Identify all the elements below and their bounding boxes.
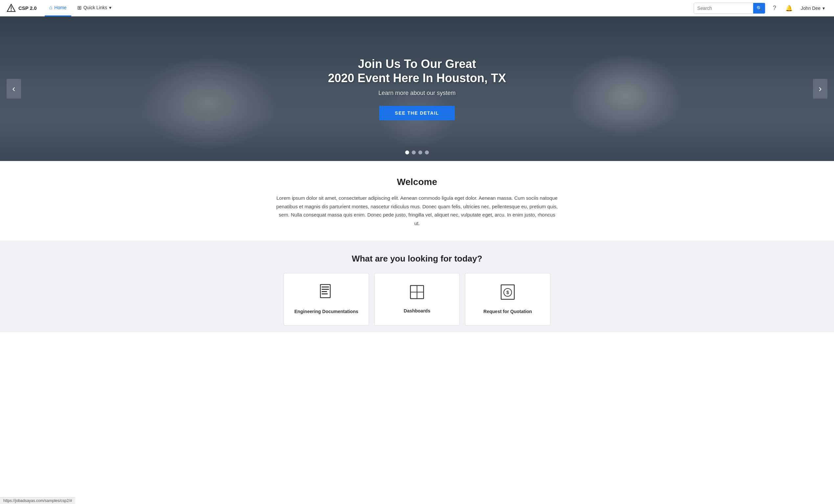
search-box: 🔍 bbox=[694, 3, 765, 14]
card-engineering-docs[interactable]: Engineering Documentations bbox=[284, 273, 369, 326]
notifications-button[interactable]: 🔔 bbox=[784, 3, 794, 14]
nav-quick-links[interactable]: ⊞ Quick Links ▾ bbox=[73, 0, 116, 17]
search-input[interactable] bbox=[694, 3, 753, 14]
svg-point-2 bbox=[11, 10, 12, 11]
help-button[interactable]: ? bbox=[769, 3, 780, 14]
brand-link[interactable]: CSP 2.0 bbox=[6, 4, 37, 13]
user-menu[interactable]: John Dee ▾ bbox=[798, 4, 828, 12]
looking-for-section: What are you looking for today? Engineer… bbox=[0, 241, 834, 332]
welcome-body: Lorem ipsum dolor sit amet, consectetuer… bbox=[276, 194, 558, 227]
user-name: John Dee bbox=[801, 6, 820, 11]
quick-links-chevron: ▾ bbox=[109, 5, 111, 10]
rfq-label: Request for Quotation bbox=[483, 308, 532, 315]
rfq-icon: $ bbox=[500, 284, 515, 303]
nav-quick-links-label: Quick Links bbox=[84, 5, 107, 10]
engineering-docs-icon bbox=[319, 284, 333, 303]
hero-carousel: ‹ Join Us To Our Great 2020 Event Here I… bbox=[0, 17, 834, 161]
carousel-next-button[interactable]: › bbox=[813, 79, 828, 98]
carousel-dots bbox=[405, 151, 429, 154]
carousel-dot-3[interactable] bbox=[418, 151, 422, 154]
search-button[interactable]: 🔍 bbox=[753, 3, 765, 14]
engineering-docs-label: Engineering Documentations bbox=[294, 308, 358, 315]
chevron-left-icon: ‹ bbox=[12, 84, 15, 94]
brand-logo-icon bbox=[6, 4, 16, 13]
grid-icon: ⊞ bbox=[77, 5, 82, 11]
user-chevron-icon: ▾ bbox=[822, 6, 825, 11]
search-icon: 🔍 bbox=[756, 6, 762, 11]
carousel-cta-button[interactable]: SEE THE DETAIL bbox=[379, 106, 455, 120]
navbar-right: 🔍 ? 🔔 John Dee ▾ bbox=[694, 3, 828, 14]
carousel-dot-2[interactable] bbox=[412, 151, 416, 154]
carousel-dot-1[interactable] bbox=[405, 151, 409, 154]
svg-rect-5 bbox=[322, 289, 329, 290]
svg-rect-6 bbox=[322, 291, 327, 292]
nav-home[interactable]: ⌂ Home bbox=[45, 0, 71, 17]
looking-for-title: What are you looking for today? bbox=[6, 254, 828, 264]
brand-name: CSP 2.0 bbox=[18, 5, 37, 11]
carousel-subtitle: Learn more about our system bbox=[6, 90, 828, 97]
dashboards-label: Dashboards bbox=[404, 308, 431, 314]
welcome-title: Welcome bbox=[276, 177, 558, 187]
nav-home-label: Home bbox=[54, 5, 66, 10]
carousel-prev-button[interactable]: ‹ bbox=[6, 79, 21, 98]
cards-row: Engineering Documentations Dashboards $ bbox=[253, 273, 581, 326]
bell-icon: 🔔 bbox=[785, 5, 793, 12]
navbar: CSP 2.0 ⌂ Home ⊞ Quick Links ▾ 🔍 ? 🔔 Joh… bbox=[0, 0, 834, 17]
carousel-dot-4[interactable] bbox=[425, 151, 429, 154]
svg-rect-4 bbox=[322, 286, 329, 287]
card-dashboards[interactable]: Dashboards bbox=[374, 273, 460, 326]
svg-text:$: $ bbox=[506, 290, 509, 295]
dashboards-icon bbox=[410, 285, 424, 303]
svg-rect-7 bbox=[322, 293, 328, 294]
card-rfq[interactable]: $ Request for Quotation bbox=[465, 273, 550, 326]
nav-links: ⌂ Home ⊞ Quick Links ▾ bbox=[45, 0, 694, 17]
chevron-right-icon: › bbox=[818, 84, 821, 94]
welcome-section: Welcome Lorem ipsum dolor sit amet, cons… bbox=[269, 161, 565, 241]
home-icon: ⌂ bbox=[49, 5, 52, 10]
help-icon: ? bbox=[773, 5, 776, 12]
carousel-title: Join Us To Our Great 2020 Event Here In … bbox=[6, 57, 828, 85]
